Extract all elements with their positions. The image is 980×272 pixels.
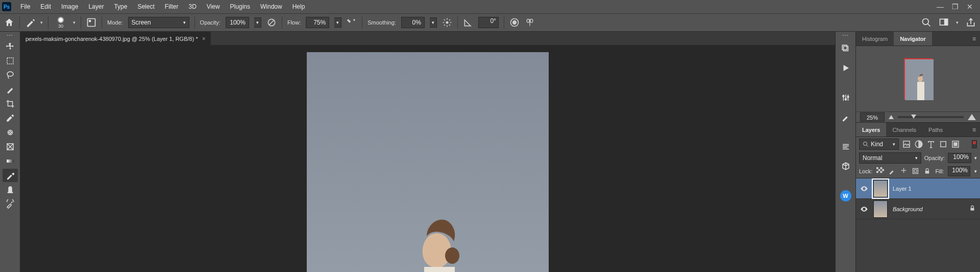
rail-web-icon[interactable]: W: [838, 188, 853, 203]
rail-adjustments-icon[interactable]: [838, 90, 853, 105]
marquee-tool[interactable]: [3, 54, 18, 67]
lock-transparency-icon[interactable]: [876, 167, 884, 175]
rail-play-icon[interactable]: [838, 60, 853, 76]
tool-preset-picker[interactable]: [25, 17, 35, 28]
menu-plugins[interactable]: Plugins: [225, 1, 255, 12]
symmetry-icon[interactable]: [525, 17, 535, 28]
pressure-opacity-icon[interactable]: [266, 17, 277, 28]
history-brush-tool[interactable]: [3, 197, 18, 211]
angle-icon: [463, 17, 473, 28]
zoom-level-input[interactable]: 25%: [860, 112, 885, 122]
menu-window[interactable]: Window: [255, 1, 287, 12]
clone-stamp-tool[interactable]: [3, 183, 18, 196]
eyedropper-tool[interactable]: [3, 111, 18, 125]
healing-brush-tool[interactable]: [3, 126, 18, 139]
svg-point-14: [10, 131, 11, 132]
zoom-out-icon[interactable]: [889, 115, 894, 119]
workspace-switcher-icon[interactable]: [939, 17, 949, 28]
gradient-tool[interactable]: [3, 154, 18, 168]
angle-input[interactable]: 0°: [478, 17, 499, 28]
layer-thumbnail[interactable]: [873, 200, 888, 218]
filter-type-icon[interactable]: [926, 140, 936, 149]
close-tab-icon[interactable]: ×: [202, 35, 206, 42]
layer-blend-mode-dropdown[interactable]: Normal▾: [859, 152, 921, 164]
share-icon[interactable]: [966, 17, 976, 28]
brush-tool[interactable]: [3, 169, 18, 182]
layer-opacity-input[interactable]: 100%: [948, 153, 971, 163]
brush-preview[interactable]: 30: [54, 16, 68, 29]
opacity-input[interactable]: 100%: [226, 17, 249, 28]
rail-brushes-icon[interactable]: [838, 109, 853, 125]
smoothing-gear-icon[interactable]: [442, 17, 452, 28]
tab-channels[interactable]: Channels: [886, 123, 922, 137]
close-icon[interactable]: ✕: [967, 3, 973, 11]
canvas[interactable]: [307, 52, 549, 272]
visibility-icon[interactable]: [860, 205, 868, 213]
filter-toggle[interactable]: [972, 140, 977, 148]
filter-pixel-icon[interactable]: [902, 140, 911, 149]
layer-row[interactable]: Background: [856, 199, 980, 219]
menu-select[interactable]: Select: [132, 1, 159, 12]
menu-3d[interactable]: 3D: [183, 1, 201, 12]
minimize-icon[interactable]: —: [937, 3, 944, 11]
panel-menu-icon[interactable]: ≡: [968, 35, 980, 42]
menu-type[interactable]: Type: [109, 1, 132, 12]
layer-fill-input[interactable]: 100%: [948, 166, 970, 176]
lasso-tool[interactable]: [3, 69, 18, 82]
menu-filter[interactable]: Filter: [160, 1, 184, 12]
layers-panel-menu-icon[interactable]: ≡: [968, 126, 980, 133]
svg-rect-11: [7, 129, 13, 136]
menu-view[interactable]: View: [202, 1, 225, 12]
flow-chevron[interactable]: ▾: [334, 17, 341, 28]
svg-point-24: [843, 96, 844, 97]
layer-thumbnail[interactable]: [873, 180, 888, 197]
frame-tool[interactable]: [3, 140, 18, 153]
document-tab[interactable]: pexels-maksim-goncharenok-4380970.jpg @ …: [20, 32, 211, 45]
rail-color-icon[interactable]: [838, 41, 853, 56]
quick-selection-tool[interactable]: [3, 83, 18, 96]
menu-file[interactable]: File: [15, 1, 35, 12]
smoothing-chevron[interactable]: ▾: [430, 17, 437, 28]
airbrush-icon[interactable]: [347, 17, 357, 28]
layer-row[interactable]: Layer 1: [856, 178, 980, 199]
menu-help[interactable]: Help: [287, 1, 310, 12]
restore-icon[interactable]: ❐: [952, 3, 959, 11]
crop-tool[interactable]: [3, 97, 18, 110]
smoothing-input[interactable]: 0%: [401, 17, 425, 28]
filter-shape-icon[interactable]: [939, 140, 948, 149]
visibility-icon[interactable]: [860, 185, 868, 193]
tab-navigator[interactable]: Navigator: [894, 32, 932, 46]
lock-artboard-icon[interactable]: [912, 167, 919, 175]
opacity-chevron[interactable]: ▾: [254, 17, 261, 28]
move-tool[interactable]: [3, 40, 18, 53]
layer-lock-icon[interactable]: [969, 205, 976, 213]
home-icon[interactable]: [4, 17, 14, 28]
zoom-slider[interactable]: [898, 116, 964, 118]
blend-mode-dropdown[interactable]: Screen▾: [128, 17, 189, 28]
layer-opacity-label: Opacity:: [924, 155, 945, 161]
filter-smartobj-icon[interactable]: [951, 140, 960, 149]
pressure-size-icon[interactable]: [509, 17, 520, 28]
search-icon[interactable]: [921, 17, 932, 28]
tools-panel: [0, 32, 20, 272]
rail-paragraph-icon[interactable]: [838, 139, 853, 154]
tab-layers[interactable]: Layers: [856, 123, 886, 137]
layer-filter-kind-dropdown[interactable]: Kind ▾: [859, 139, 899, 150]
menu-layer[interactable]: Layer: [83, 1, 109, 12]
navigator-thumbnail[interactable]: [904, 58, 933, 99]
lock-all-icon[interactable]: [923, 167, 931, 175]
flow-input[interactable]: 75%: [306, 17, 329, 28]
menu-image[interactable]: Image: [56, 1, 83, 12]
brush-panel-toggle[interactable]: [86, 17, 96, 28]
zoom-in-icon[interactable]: [968, 114, 976, 120]
tab-histogram[interactable]: Histogram: [856, 32, 894, 46]
svg-point-3: [446, 21, 448, 24]
menu-edit[interactable]: Edit: [35, 1, 56, 12]
rail-3d-icon[interactable]: [838, 158, 853, 174]
layer-name[interactable]: Layer 1: [893, 186, 912, 192]
layer-name[interactable]: Background: [893, 206, 923, 212]
lock-position-icon[interactable]: [900, 167, 908, 175]
filter-adjustment-icon[interactable]: [914, 140, 923, 149]
lock-pixels-icon[interactable]: [888, 167, 896, 175]
tab-paths[interactable]: Paths: [922, 123, 949, 137]
